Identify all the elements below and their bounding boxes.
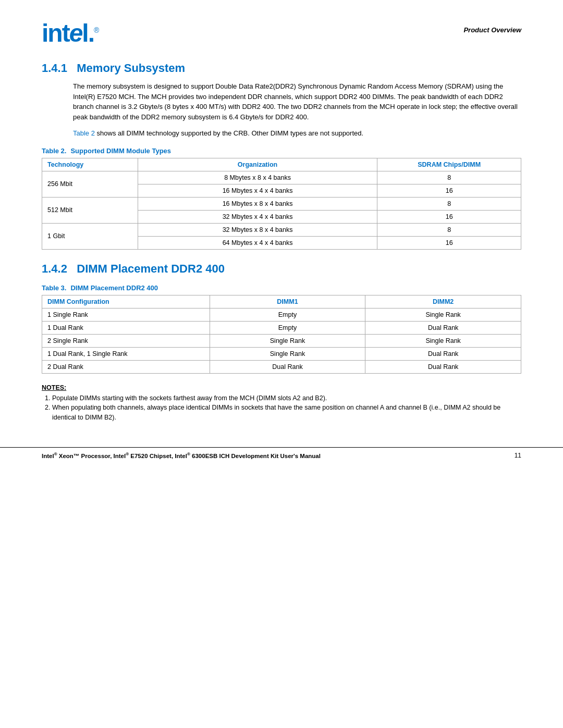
section-142: 1.4.2 DIMM Placement DDR2 400 Table 3. D… — [42, 262, 521, 423]
table2-tech-cell: 1 Gbit — [42, 223, 138, 249]
table3-header-row: DIMM Configuration DIMM1 DIMM2 — [42, 295, 521, 308]
table3-cell-0: 2 Single Rank — [42, 334, 210, 347]
notes-title: NOTES: — [42, 384, 521, 391]
table2-link[interactable]: Table 2 — [73, 129, 95, 137]
table3-cell-2: Dual Rank — [365, 360, 521, 373]
section-142-number: 1.4.2 — [42, 262, 67, 275]
table3-col1-header: DIMM Configuration — [42, 295, 210, 308]
section-141-body2: Table 2 shows all DIMM technology suppor… — [73, 128, 521, 139]
table2-caption: Table 2. Supported DIMM Module Types — [42, 147, 521, 155]
table3-cell-1: Empty — [210, 321, 365, 334]
note-item: Populate DIMMs starting with the sockets… — [52, 393, 521, 403]
table2-chips-cell: 16 — [377, 236, 521, 249]
table2-org-cell: 64 Mbytes x 4 x 4 banks — [138, 236, 377, 249]
table-row: 256 Mbit8 Mbytes x 8 x 4 banks8 — [42, 171, 521, 184]
notes-section: NOTES: Populate DIMMs starting with the … — [42, 384, 521, 423]
footer-text: Intel® Xeon™ Processor, Intel® E7520 Chi… — [42, 452, 321, 459]
table2-col3-header: SDRAM Chips/DIMM — [377, 158, 521, 171]
table2-org-cell: 16 Mbytes x 8 x 4 banks — [138, 197, 377, 210]
table-row: 1 Dual RankEmptyDual Rank — [42, 321, 521, 334]
section-142-heading: DIMM Placement DDR2 400 — [77, 262, 225, 275]
section-142-title: 1.4.2 DIMM Placement DDR2 400 — [42, 262, 521, 276]
table2-org-cell: 16 Mbytes x 4 x 4 banks — [138, 184, 377, 197]
table2-title: Supported DIMM Module Types — [70, 147, 171, 155]
table3-cell-1: Dual Rank — [210, 360, 365, 373]
footer-page: 11 — [515, 452, 521, 459]
section-141-heading: Memory Subsystem — [77, 61, 185, 75]
table3-cell-1: Single Rank — [210, 347, 365, 360]
table-row: 2 Dual RankDual RankDual Rank — [42, 360, 521, 373]
page-footer: Intel® Xeon™ Processor, Intel® E7520 Chi… — [0, 447, 563, 459]
table2-chips-cell: 16 — [377, 210, 521, 223]
table3-title: DIMM Placement DDR2 400 — [70, 284, 158, 292]
section-141-body1: The memory subsystem is designed to supp… — [73, 81, 521, 122]
table2-wrapper: Table 2. Supported DIMM Module Types Tec… — [42, 147, 521, 250]
table3-col3-header: DIMM2 — [365, 295, 521, 308]
table3-cell-2: Single Rank — [365, 334, 521, 347]
table2-header-row: Technology Organization SDRAM Chips/DIMM — [42, 158, 521, 171]
table3-wrapper: Table 3. DIMM Placement DDR2 400 DIMM Co… — [42, 284, 521, 374]
table2-org-cell: 32 Mbytes x 8 x 4 banks — [138, 223, 377, 236]
table-row: 512 Mbit16 Mbytes x 8 x 4 banks8 — [42, 197, 521, 210]
table3-cell-0: 1 Dual Rank — [42, 321, 210, 334]
table3-cell-2: Single Rank — [365, 308, 521, 321]
table3-cell-2: Dual Rank — [365, 321, 521, 334]
table3-cell-0: 2 Dual Rank — [42, 360, 210, 373]
table2-tech-cell: 512 Mbit — [42, 197, 138, 223]
section-141-number: 1.4.1 — [42, 61, 67, 75]
section-141-body2-rest: shows all DIMM technology supported by t… — [95, 129, 363, 137]
table2-chips-cell: 8 — [377, 171, 521, 184]
table3-col2-header: DIMM1 — [210, 295, 365, 308]
notes-list: Populate DIMMs starting with the sockets… — [52, 393, 521, 423]
table2-org-cell: 8 Mbytes x 8 x 4 banks — [138, 171, 377, 184]
table-row: 1 Single RankEmptySingle Rank — [42, 308, 521, 321]
table-row: 1 Dual Rank, 1 Single RankSingle RankDua… — [42, 347, 521, 360]
section-141-title: 1.4.1 Memory Subsystem — [42, 61, 521, 75]
table3-cell-0: 1 Dual Rank, 1 Single Rank — [42, 347, 210, 360]
table2-col2-header: Organization — [138, 158, 377, 171]
table2: Technology Organization SDRAM Chips/DIMM… — [42, 158, 521, 250]
table2-tech-cell: 256 Mbit — [42, 171, 138, 197]
note-item: When populating both channels, always pl… — [52, 403, 521, 423]
table3-label: Table 3. — [42, 284, 66, 292]
section-label: Product Overview — [463, 26, 521, 34]
table2-chips-cell: 16 — [377, 184, 521, 197]
table-row: 2 Single RankSingle RankSingle Rank — [42, 334, 521, 347]
table2-chips-cell: 8 — [377, 223, 521, 236]
table3-caption: Table 3. DIMM Placement DDR2 400 — [42, 284, 521, 292]
section-141: 1.4.1 Memory Subsystem The memory subsys… — [42, 61, 521, 250]
page-header: intel.® Product Overview — [42, 21, 521, 46]
table2-col1-header: Technology — [42, 158, 138, 171]
intel-logo: intel.® — [42, 21, 98, 46]
table3-cell-0: 1 Single Rank — [42, 308, 210, 321]
table2-org-cell: 32 Mbytes x 4 x 4 banks — [138, 210, 377, 223]
table3-cell-1: Single Rank — [210, 334, 365, 347]
table2-chips-cell: 8 — [377, 197, 521, 210]
table-row: 1 Gbit32 Mbytes x 8 x 4 banks8 — [42, 223, 521, 236]
table3: DIMM Configuration DIMM1 DIMM2 1 Single … — [42, 295, 521, 374]
table3-cell-2: Dual Rank — [365, 347, 521, 360]
table3-cell-1: Empty — [210, 308, 365, 321]
table2-label: Table 2. — [42, 147, 66, 155]
